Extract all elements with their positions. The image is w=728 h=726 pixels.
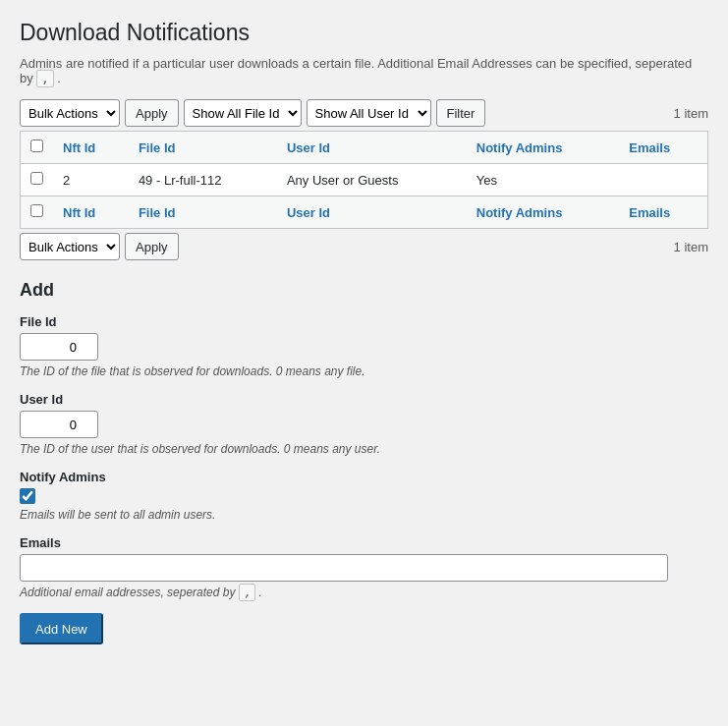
bulk-actions-top-select[interactable]: Bulk Actions (20, 99, 120, 127)
header-notify-admins: Notify Admins (467, 132, 620, 164)
user-id-label: User Id (20, 392, 708, 407)
row-checkbox[interactable] (30, 172, 43, 185)
user-id-field: User Id The ID of the user that is obser… (20, 392, 708, 456)
file-id-label: File Id (20, 314, 708, 329)
select-all-bottom-checkbox[interactable] (30, 204, 43, 217)
emails-input[interactable] (20, 554, 668, 582)
notify-admins-field: Notify Admins Emails will be sent to all… (20, 470, 708, 522)
file-id-input[interactable] (20, 333, 98, 361)
footer-emails: Emails (619, 196, 707, 229)
emails-field: Emails Additional email addresses, seper… (20, 535, 708, 599)
notify-admins-label: Notify Admins (20, 470, 708, 484)
file-id-field: File Id The ID of the file that is obser… (20, 314, 708, 378)
row-notify-admins: Yes (467, 164, 620, 196)
table-footer-row: Nft Id File Id User Id Notify Admins Ema… (21, 196, 708, 229)
header-user-id: User Id (277, 132, 467, 164)
emails-hint: Additional email addresses, seperated by… (20, 586, 708, 599)
row-emails (619, 164, 707, 196)
table-row: 2 49 - Lr-full-112 Any User or Guests Ye… (21, 164, 708, 196)
page-description: Admins are notified if a particular user… (20, 56, 707, 85)
row-checkbox-col (21, 164, 54, 196)
top-tablenav: Bulk Actions Apply Show All File Id Show… (20, 99, 708, 127)
bulk-actions-bottom-select[interactable]: Bulk Actions (20, 233, 120, 260)
user-id-hint: The ID of the user that is observed for … (20, 442, 708, 456)
emails-label: Emails (20, 535, 708, 550)
apply-top-button[interactable]: Apply (125, 99, 179, 127)
bottom-tablenav: Bulk Actions Apply 1 item (20, 233, 708, 260)
footer-nft-id: Nft Id (53, 196, 129, 229)
top-item-count: 1 item (674, 106, 708, 121)
row-nft-id: 2 (53, 164, 129, 196)
user-id-input[interactable] (20, 411, 98, 438)
add-section-title: Add (20, 280, 708, 301)
page-title: Download Notifications (20, 20, 708, 46)
file-id-hint: The ID of the file that is observed for … (20, 364, 708, 378)
footer-checkbox-col (21, 196, 54, 229)
table-header-row: Nft Id File Id User Id Notify Admins Ema… (21, 132, 708, 164)
notifications-table: Nft Id File Id User Id Notify Admins Ema… (20, 131, 708, 229)
footer-notify-admins: Notify Admins (467, 196, 620, 229)
description-code: , (36, 70, 53, 87)
show-file-id-select[interactable]: Show All File Id (184, 99, 302, 127)
notify-admins-checkbox[interactable] (20, 488, 35, 504)
notify-admins-row (20, 488, 708, 504)
header-checkbox-col (21, 132, 54, 164)
show-user-id-select[interactable]: Show All User Id (307, 99, 431, 127)
header-emails: Emails (619, 132, 707, 164)
add-section: Add File Id The ID of the file that is o… (20, 280, 708, 644)
apply-bottom-button[interactable]: Apply (125, 233, 179, 260)
row-user-id: Any User or Guests (277, 164, 467, 196)
bottom-item-count: 1 item (674, 240, 708, 254)
emails-hint-code: , (239, 584, 255, 601)
filter-button[interactable]: Filter (436, 99, 486, 127)
select-all-top-checkbox[interactable] (30, 140, 43, 152)
row-file-id: 49 - Lr-full-112 (129, 164, 277, 196)
add-new-button[interactable]: Add New (20, 613, 103, 644)
footer-file-id: File Id (129, 196, 277, 229)
header-nft-id: Nft Id (53, 132, 129, 164)
header-file-id: File Id (129, 132, 277, 164)
footer-user-id: User Id (277, 196, 467, 229)
notify-admins-hint: Emails will be sent to all admin users. (20, 508, 708, 522)
